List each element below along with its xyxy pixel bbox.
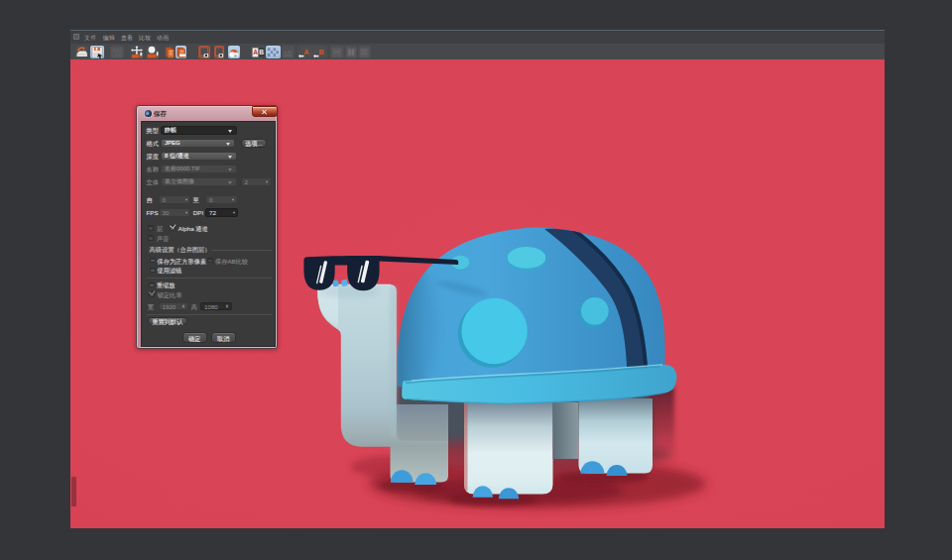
svg-text:1:2: 1:2 bbox=[115, 52, 121, 56]
svg-text:A: A bbox=[253, 49, 258, 56]
svg-text:B: B bbox=[259, 49, 264, 56]
svg-text:B: B bbox=[318, 47, 323, 56]
svg-text:AB: AB bbox=[284, 49, 293, 55]
svg-text:A: A bbox=[303, 47, 309, 56]
